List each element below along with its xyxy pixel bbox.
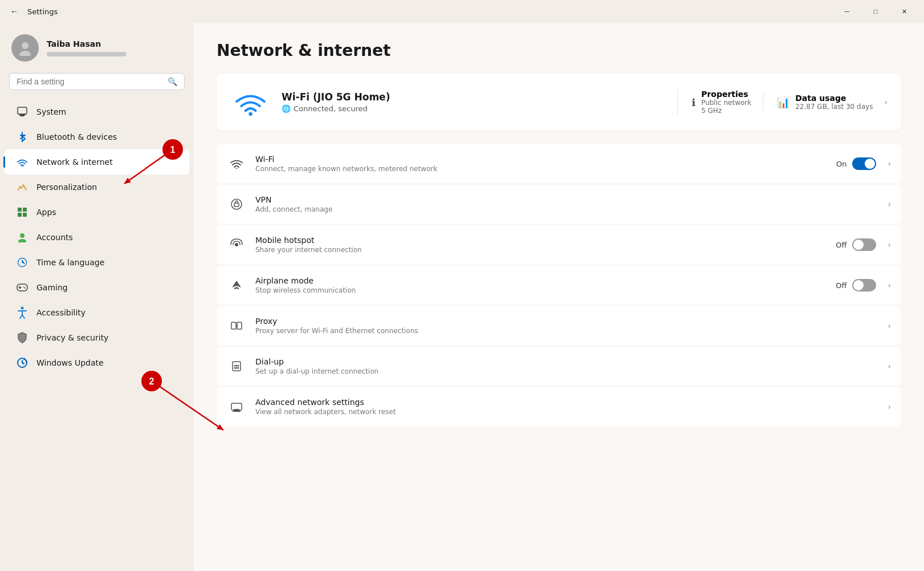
chevron-right-icon: ›: [884, 98, 888, 107]
chevron-icon-hotspot: ›: [888, 240, 891, 249]
vpn-setting-right: ›: [882, 200, 891, 209]
wifi-usage-section[interactable]: 📊 Data usage 22.87 GB, last 30 days ›: [763, 94, 888, 111]
titlebar-left: ← Settings: [7, 5, 58, 18]
toggle-wifi[interactable]: [852, 157, 876, 170]
settings-item-hotspot[interactable]: Mobile hotspot Share your internet conne…: [217, 225, 901, 264]
settings-item-advanced[interactable]: Advanced network settings View all netwo…: [217, 387, 901, 426]
usage-label: Data usage: [795, 94, 873, 103]
sidebar-item-system[interactable]: System: [5, 99, 189, 124]
wifi-setting-desc: Connect, manage known networks, metered …: [255, 165, 827, 173]
system-icon: [16, 106, 29, 118]
sidebar-item-accessibility[interactable]: Accessibility: [5, 300, 189, 325]
settings-item-dialup[interactable]: Dial-up Set up a dial-up internet connec…: [217, 347, 901, 386]
user-info: Taiba Hasan: [47, 39, 127, 56]
svg-rect-9: [23, 213, 27, 217]
sidebar-item-personalization[interactable]: Personalization: [5, 175, 189, 200]
sidebar-item-bluetooth[interactable]: Bluetooth & devices: [5, 124, 189, 149]
sidebar-label-privacy: Privacy & security: [36, 333, 108, 342]
svg-point-29: [236, 365, 238, 367]
settings-list: Wi-Fi Connect, manage known networks, me…: [217, 144, 901, 426]
globe-icon: 🌐: [282, 104, 291, 113]
sidebar-label-apps: Apps: [36, 208, 56, 217]
dialup-setting-info: Dial-up Set up a dial-up internet connec…: [255, 357, 873, 375]
settings-item-proxy[interactable]: Proxy Proxy server for Wi-Fi and Etherne…: [217, 306, 901, 345]
sidebar-label-personalization: Personalization: [36, 183, 97, 192]
properties-sub1: Public network: [701, 99, 751, 107]
svg-point-15: [25, 287, 26, 289]
toggle-label-hotspot: Off: [836, 241, 846, 249]
dialup-setting-title: Dial-up: [255, 357, 873, 366]
search-icon: 🔍: [168, 77, 177, 86]
settings-item-wifi[interactable]: Wi-Fi Connect, manage known networks, me…: [217, 144, 901, 183]
proxy-setting-info: Proxy Proxy server for Wi-Fi and Etherne…: [255, 317, 873, 335]
sidebar-item-time[interactable]: Time & language: [5, 250, 189, 275]
back-button[interactable]: ←: [7, 5, 22, 18]
svg-rect-2: [18, 107, 27, 114]
sidebar-item-apps[interactable]: Apps: [5, 200, 189, 225]
usage-info: Data usage 22.87 GB, last 30 days: [795, 94, 873, 111]
svg-rect-24: [231, 322, 236, 329]
settings-item-airplane[interactable]: Airplane mode Stop wireless communicatio…: [217, 266, 901, 305]
toggle-airplane[interactable]: [852, 279, 876, 291]
search-input[interactable]: [17, 77, 163, 86]
svg-rect-4: [19, 114, 26, 115]
sidebar-item-update[interactable]: Windows Update: [5, 350, 189, 375]
sidebar-label-accessibility: Accessibility: [36, 308, 86, 317]
svg-point-28: [234, 365, 236, 367]
advanced-setting-right: ›: [882, 402, 891, 411]
dialup-setting-desc: Set up a dial-up internet connection: [255, 367, 873, 375]
chevron-icon-airplane: ›: [888, 281, 891, 290]
vpn-setting-icon: [227, 195, 246, 214]
toggle-hotspot[interactable]: [852, 238, 876, 251]
svg-point-20: [236, 168, 238, 169]
advanced-setting-icon: [227, 397, 246, 416]
chevron-icon-vpn: ›: [888, 200, 891, 209]
user-profile[interactable]: Taiba Hasan: [0, 23, 194, 73]
svg-rect-7: [23, 208, 27, 212]
personalization-icon: [16, 181, 29, 193]
advanced-setting-desc: View all network adapters, network reset: [255, 408, 873, 416]
svg-rect-35: [234, 409, 239, 411]
search-box: 🔍: [9, 73, 185, 90]
svg-point-33: [238, 367, 239, 369]
hotspot-setting-info: Mobile hotspot Share your internet conne…: [255, 236, 827, 254]
page-title: Network & internet: [217, 41, 901, 60]
gaming-icon: [16, 281, 29, 294]
close-button[interactable]: ✕: [891, 2, 917, 21]
svg-rect-3: [20, 115, 25, 116]
sidebar-item-network[interactable]: Network & internet: [5, 149, 189, 175]
proxy-setting-icon: [227, 316, 246, 335]
dialup-setting-right: ›: [882, 362, 891, 371]
svg-point-14: [23, 286, 25, 287]
maximize-button[interactable]: □: [862, 2, 889, 21]
content-area: Network & internet Wi-Fi (JIO 5G Home) 🌐…: [194, 23, 924, 571]
proxy-setting-right: ›: [882, 321, 891, 330]
sidebar-item-accounts[interactable]: Accounts: [5, 225, 189, 250]
app-container: Taiba Hasan 🔍 System Bluetooth & devices…: [0, 23, 924, 571]
wifi-setting-title: Wi-Fi: [255, 155, 827, 164]
sidebar-label-system: System: [36, 107, 66, 116]
sidebar-item-gaming[interactable]: Gaming: [5, 275, 189, 300]
apps-icon: [16, 206, 29, 218]
wifi-properties-section[interactable]: ℹ Properties Public network 5 GHz: [677, 90, 751, 115]
titlebar-controls: ─ □ ✕: [834, 2, 917, 21]
sidebar: Taiba Hasan 🔍 System Bluetooth & devices…: [0, 23, 194, 571]
svg-point-1: [19, 51, 31, 56]
sidebar-item-privacy[interactable]: Privacy & security: [5, 325, 189, 350]
hotspot-setting-title: Mobile hotspot: [255, 236, 827, 245]
proxy-setting-title: Proxy: [255, 317, 873, 326]
minimize-button[interactable]: ─: [834, 2, 860, 21]
wifi-name: Wi-Fi (JIO 5G Home): [282, 91, 666, 103]
airplane-setting-right: Off›: [836, 279, 891, 291]
sidebar-label-network: Network & internet: [36, 157, 113, 167]
chevron-icon-advanced: ›: [888, 402, 891, 411]
nav-list: System Bluetooth & devices Network & int…: [0, 99, 194, 375]
proxy-setting-desc: Proxy server for Wi-Fi and Ethernet conn…: [255, 327, 873, 335]
svg-point-31: [234, 367, 236, 369]
titlebar: ← Settings ─ □ ✕: [0, 0, 924, 23]
wifi-banner[interactable]: Wi-Fi (JIO 5G Home) 🌐 Connected, secured…: [217, 74, 901, 131]
time-icon: [16, 256, 29, 269]
toggle-label-airplane: Off: [836, 281, 846, 290]
privacy-icon: [16, 331, 29, 344]
settings-item-vpn[interactable]: VPN Add, connect, manage ›: [217, 185, 901, 224]
